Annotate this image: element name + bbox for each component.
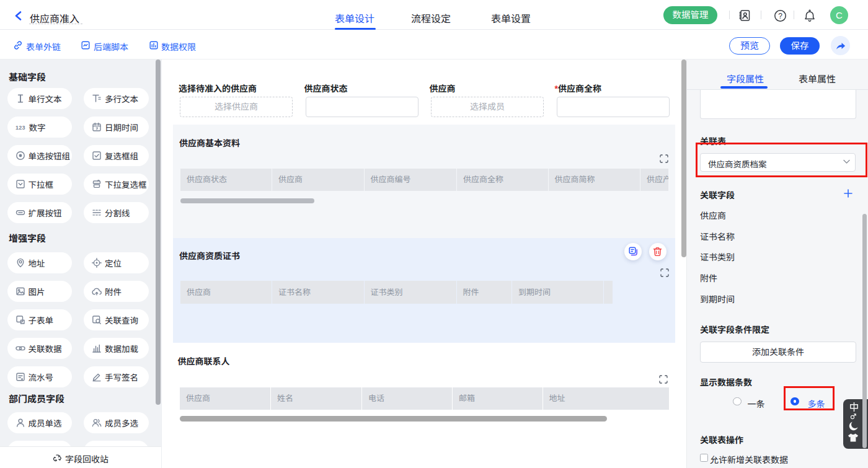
svg-text:?: ? [778,12,782,20]
svg-text:123: 123 [16,125,25,131]
